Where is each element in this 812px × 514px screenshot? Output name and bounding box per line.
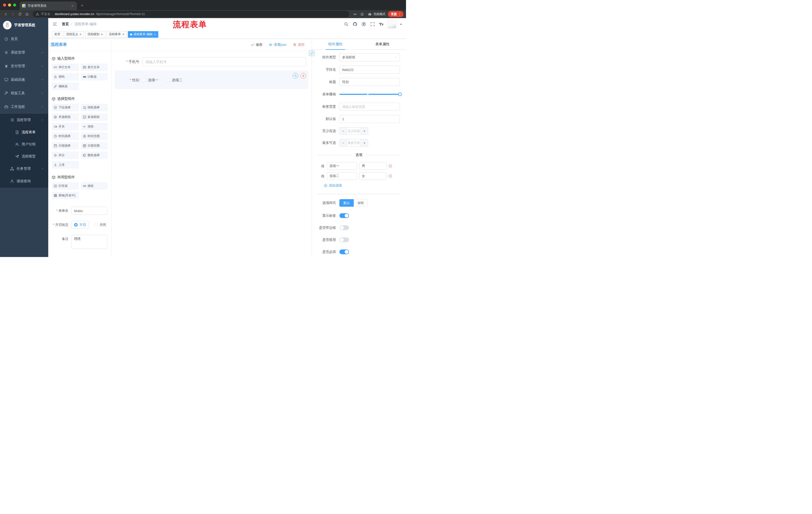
- sidebar-item-system[interactable]: 系统管理: [0, 46, 48, 59]
- disabled-switch[interactable]: [340, 237, 349, 242]
- label-width-input[interactable]: [340, 103, 400, 111]
- radio-open[interactable]: 开启: [71, 221, 89, 229]
- title-input[interactable]: [340, 78, 400, 86]
- tag-process-form-edit[interactable]: 流程表单-编辑 ×: [128, 31, 158, 38]
- remove-option-icon[interactable]: [389, 164, 392, 168]
- border-switch[interactable]: [340, 225, 349, 230]
- required-switch[interactable]: [340, 249, 349, 254]
- phone-field-input[interactable]: [142, 57, 306, 66]
- sidebar-item-user-group[interactable]: 用户分组: [0, 138, 48, 151]
- checkbox-option-1[interactable]: 选项一: [142, 78, 158, 82]
- palette-item-editor[interactable]: 编辑器: [52, 83, 79, 90]
- form-remark-textarea[interactable]: 嘿嘿: [71, 235, 107, 249]
- tag-close-icon[interactable]: ×: [154, 33, 156, 36]
- palette-item-cascader[interactable]: 级联选择: [81, 104, 108, 111]
- doc-link-icon[interactable]: [309, 50, 315, 56]
- style-button-button[interactable]: 按钮: [354, 199, 368, 207]
- tag-close-icon[interactable]: ×: [79, 33, 82, 36]
- radio-closed[interactable]: 关闭: [94, 222, 106, 227]
- min-select-value[interactable]: 至少应选: [347, 128, 361, 135]
- home-icon[interactable]: [24, 11, 30, 17]
- window-close-button[interactable]: [3, 3, 6, 6]
- component-type-select[interactable]: 多选框组: [340, 53, 400, 61]
- palette-item-upload[interactable]: 上传: [52, 161, 79, 168]
- palette-item-date-range[interactable]: 日期范围: [81, 142, 108, 150]
- sidebar-logo[interactable]: 芋道管理系统: [0, 18, 48, 32]
- back-icon[interactable]: [2, 11, 9, 17]
- style-default-button[interactable]: 默认: [340, 199, 354, 207]
- sidebar-item-process-model[interactable]: 流程模型: [0, 151, 48, 162]
- checkbox-option-2[interactable]: 选项二: [166, 78, 182, 82]
- help-icon[interactable]: [361, 22, 366, 27]
- tag-process-definition[interactable]: 流程定义 ×: [64, 31, 84, 38]
- canvas-field-phone[interactable]: 手机号: [115, 54, 309, 70]
- option-2-value-input[interactable]: [359, 172, 386, 180]
- tab-form-props[interactable]: 表单属性: [359, 39, 406, 50]
- palette-item-select[interactable]: 下拉选择: [52, 104, 79, 111]
- palette-item-counter[interactable]: 计数器: [81, 73, 108, 80]
- sidebar-fold-icon[interactable]: [52, 21, 58, 27]
- sidebar-item-leave-query[interactable]: 请假查询: [0, 175, 48, 188]
- palette-item-time-range[interactable]: 时间范围: [81, 133, 108, 140]
- reload-icon[interactable]: [17, 11, 23, 17]
- palette-item-date-picker[interactable]: 日期选择: [52, 142, 79, 150]
- delete-component-button[interactable]: [300, 73, 306, 78]
- palette-item-time-picker[interactable]: 时间选择: [52, 133, 79, 140]
- palette-item-color-picker[interactable]: 颜色选择: [81, 152, 108, 159]
- palette-item-row-container[interactable]: 行容器: [52, 182, 79, 190]
- user-avatar[interactable]: [388, 20, 396, 28]
- sidebar-item-infrastructure[interactable]: 基础设施: [0, 73, 48, 86]
- increase-button[interactable]: +: [361, 128, 368, 135]
- tag-close-icon[interactable]: ×: [122, 33, 124, 36]
- option-1-value-input[interactable]: [359, 162, 386, 170]
- option-1-label-input[interactable]: [327, 162, 357, 170]
- tag-process-form[interactable]: 流程表单 ×: [107, 31, 127, 38]
- clear-button[interactable]: 清空: [293, 43, 304, 47]
- form-name-input[interactable]: [71, 207, 107, 215]
- avatar-caret-icon[interactable]: [400, 24, 402, 26]
- grid-slider[interactable]: [340, 90, 400, 98]
- field-name-input[interactable]: [340, 65, 400, 74]
- tag-process-model[interactable]: 流程模型 ×: [85, 31, 105, 38]
- view-json-button[interactable]: 查看json: [269, 43, 286, 47]
- palette-item-checkbox-group[interactable]: 多选框组: [81, 113, 108, 121]
- slider-handle[interactable]: [398, 92, 402, 96]
- palette-item-button[interactable]: 按钮: [81, 182, 108, 190]
- add-option-button[interactable]: 添加选项: [324, 183, 400, 188]
- palette-item-radio-group[interactable]: 单选框组: [52, 113, 79, 121]
- drag-handle-icon[interactable]: [321, 164, 325, 168]
- palette-item-textarea[interactable]: 多行文本: [81, 64, 108, 71]
- drag-handle-icon[interactable]: [321, 174, 325, 178]
- palette-item-rate[interactable]: 评分: [52, 152, 79, 159]
- sidebar-item-process-management[interactable]: 流程管理: [0, 114, 48, 126]
- decrease-button[interactable]: −: [340, 128, 347, 135]
- max-select-value[interactable]: 最多可选: [347, 139, 361, 146]
- sidebar-item-process-form[interactable]: 流程表单: [0, 126, 48, 138]
- save-button[interactable]: 保存: [251, 43, 262, 47]
- browser-tab[interactable]: 芋道管理系统 ×: [20, 1, 77, 10]
- toolbar-chevron-icon[interactable]: [401, 14, 405, 18]
- remove-option-icon[interactable]: [389, 174, 392, 178]
- option-2-label-input[interactable]: [327, 172, 357, 180]
- palette-item-switch[interactable]: 开关: [52, 123, 79, 130]
- palette-item-table[interactable]: 表格[开发中]: [52, 192, 79, 199]
- increase-button[interactable]: +: [361, 139, 368, 146]
- copy-component-button[interactable]: [293, 73, 298, 78]
- bookmark-star-icon[interactable]: [359, 11, 365, 17]
- tag-home[interactable]: 首页: [52, 31, 63, 38]
- sidebar-item-home[interactable]: 首页: [0, 32, 48, 46]
- sidebar-item-task-management[interactable]: 任务管理: [0, 162, 48, 175]
- sidebar-item-devtools[interactable]: 研发工具: [0, 86, 48, 100]
- decrease-button[interactable]: −: [340, 139, 347, 146]
- forward-icon[interactable]: [9, 11, 16, 17]
- palette-item-slider[interactable]: 滑块: [81, 123, 108, 130]
- sidebar-item-payment[interactable]: 支付管理: [0, 59, 48, 73]
- tab-close-icon[interactable]: ×: [70, 4, 75, 8]
- canvas-field-gender[interactable]: 性别 选项一 选项二: [115, 71, 309, 89]
- fullscreen-icon[interactable]: [370, 22, 375, 27]
- search-icon[interactable]: [344, 22, 349, 27]
- palette-item-password[interactable]: 密码: [52, 73, 79, 80]
- tab-component-props[interactable]: 组件属性: [312, 39, 359, 50]
- show-label-switch[interactable]: [340, 213, 349, 218]
- github-icon[interactable]: [352, 22, 357, 27]
